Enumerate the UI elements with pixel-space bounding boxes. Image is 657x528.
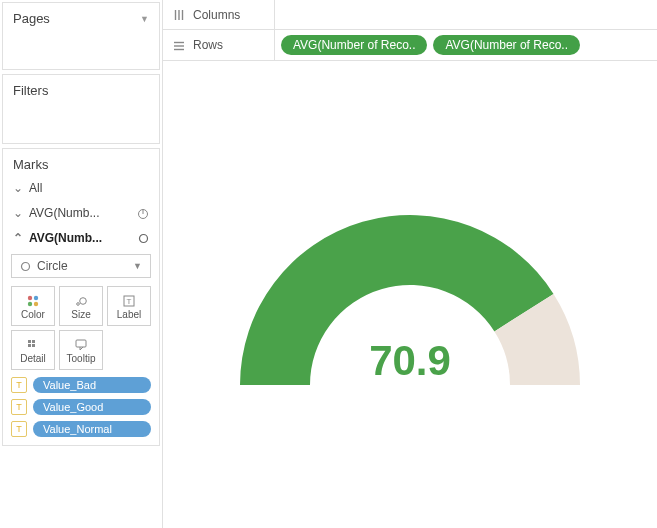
rows-shelf[interactable]: Rows AVG(Number of Reco.. AVG(Number of … <box>163 30 657 60</box>
svg-rect-15 <box>32 344 35 347</box>
marks-layer-1-label: AVG(Numb... <box>29 206 137 220</box>
filters-title: Filters <box>13 83 48 98</box>
visualization-canvas[interactable]: 70.9 <box>163 61 657 528</box>
rows-dropzone[interactable]: AVG(Number of Reco.. AVG(Number of Reco.… <box>275 35 657 55</box>
marks-pill-row[interactable]: T Value_Normal <box>3 418 159 445</box>
label-label: Label <box>117 309 141 320</box>
chevron-down-icon: ⌄ <box>13 181 23 195</box>
svg-point-2 <box>140 235 148 243</box>
svg-rect-13 <box>32 340 35 343</box>
color-icon <box>26 293 40 309</box>
marks-card: Marks ⌄ All ⌄ AVG(Numb... ⌃ AVG(Numb... <box>2 148 160 446</box>
label-glyph-icon: T <box>11 421 27 437</box>
svg-point-5 <box>34 295 38 299</box>
mark-type-label: Circle <box>37 259 68 273</box>
rows-pill[interactable]: AVG(Number of Reco.. <box>433 35 579 55</box>
svg-point-7 <box>34 301 38 305</box>
size-label: Size <box>71 309 90 320</box>
svg-point-9 <box>80 297 87 304</box>
size-icon <box>74 293 88 309</box>
caret-down-icon: ▼ <box>140 14 149 24</box>
mark-type-dropdown[interactable]: Circle ▼ <box>11 254 151 278</box>
pages-title: Pages <box>13 11 50 26</box>
label-button[interactable]: T Label <box>107 286 151 326</box>
marks-pill-row[interactable]: T Value_Bad <box>3 374 159 396</box>
rows-label: Rows <box>193 38 223 52</box>
tooltip-icon <box>74 337 88 353</box>
circle-icon <box>20 259 31 273</box>
axis-icon <box>137 205 149 220</box>
caret-down-icon: ▼ <box>133 261 142 271</box>
marks-pill-row[interactable]: T Value_Good <box>3 396 159 418</box>
detail-label: Detail <box>20 353 46 364</box>
svg-point-4 <box>28 295 32 299</box>
chevron-up-icon: ⌃ <box>13 231 23 245</box>
columns-icon <box>173 8 185 22</box>
pages-shelf[interactable]: Pages ▼ <box>2 2 160 70</box>
marks-layer-1[interactable]: ⌄ AVG(Numb... <box>3 200 159 225</box>
svg-rect-16 <box>76 340 86 347</box>
rows-icon <box>173 38 185 52</box>
rows-pill[interactable]: AVG(Number of Reco.. <box>281 35 427 55</box>
marks-all-label: All <box>29 181 149 195</box>
label-icon: T <box>122 293 136 309</box>
tooltip-button[interactable]: Tooltip <box>59 330 103 370</box>
marks-layer-2-label: AVG(Numb... <box>29 231 138 245</box>
detail-icon <box>26 337 40 353</box>
label-glyph-icon: T <box>11 399 27 415</box>
svg-point-6 <box>28 301 32 305</box>
svg-point-3 <box>22 263 30 271</box>
columns-label: Columns <box>193 8 240 22</box>
gauge-value-label: 70.9 <box>230 337 590 385</box>
svg-text:T: T <box>127 297 132 306</box>
gauge-chart: 70.9 <box>230 195 590 395</box>
tooltip-label: Tooltip <box>67 353 96 364</box>
marks-pill[interactable]: Value_Bad <box>33 377 151 393</box>
svg-point-8 <box>77 302 80 305</box>
marks-pill[interactable]: Value_Normal <box>33 421 151 437</box>
detail-button[interactable]: Detail <box>11 330 55 370</box>
circle-icon <box>138 230 149 245</box>
chevron-down-icon: ⌄ <box>13 206 23 220</box>
color-button[interactable]: Color <box>11 286 55 326</box>
svg-rect-12 <box>28 340 31 343</box>
color-label: Color <box>21 309 45 320</box>
filters-shelf[interactable]: Filters <box>2 74 160 144</box>
marks-pill[interactable]: Value_Good <box>33 399 151 415</box>
svg-rect-14 <box>28 344 31 347</box>
label-glyph-icon: T <box>11 377 27 393</box>
marks-title: Marks <box>13 157 48 172</box>
marks-layer-2[interactable]: ⌃ AVG(Numb... <box>3 225 159 250</box>
size-button[interactable]: Size <box>59 286 103 326</box>
marks-all-row[interactable]: ⌄ All <box>3 176 159 200</box>
columns-shelf[interactable]: Columns <box>163 0 657 30</box>
